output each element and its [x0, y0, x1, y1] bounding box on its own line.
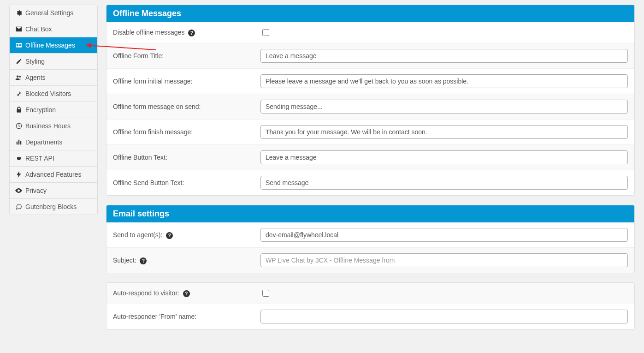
clock-icon: [15, 123, 22, 129]
sidebar-item-general[interactable]: General Settings: [10, 5, 97, 21]
sidebar-item-styling[interactable]: Styling: [10, 54, 97, 70]
sidebar-item-agents[interactable]: Agents: [10, 70, 97, 86]
envelope-icon: [15, 26, 22, 32]
help-icon[interactable]: ?: [140, 257, 147, 264]
sidebar-item-label: Agents: [25, 74, 46, 81]
columns-icon: [15, 139, 22, 145]
comments-icon: [15, 203, 22, 210]
eye-icon: [15, 187, 22, 194]
help-icon[interactable]: ?: [188, 30, 195, 36]
send-button-text-label: Offline Send Button Text:: [113, 179, 260, 186]
svg-point-5: [19, 76, 21, 78]
id-card-icon: [15, 42, 22, 48]
svg-rect-2: [19, 44, 21, 45]
sidebar-item-label: Styling: [25, 58, 45, 65]
sidebar-item-chatbox[interactable]: Chat Box: [10, 21, 97, 37]
button-text-input[interactable]: [260, 150, 628, 164]
sidebar-item-privacy[interactable]: Privacy: [10, 183, 97, 199]
sidebar-item-label: Gutenberg Blocks: [25, 203, 77, 210]
auto-respond-label: Auto-respond to visitor: ?: [113, 289, 260, 297]
send-button-text-input[interactable]: [260, 176, 628, 190]
main-content: Offline Messages Disable offline message…: [106, 5, 635, 339]
auto-respond-checkbox[interactable]: [262, 290, 269, 297]
sidebar-item-label: Offline Messages: [25, 42, 75, 49]
settings-sidebar: General Settings Chat Box Offline Messag…: [9, 5, 98, 339]
gear-icon: [15, 10, 22, 16]
svg-rect-1: [16, 44, 18, 47]
panel-title: Email settings: [106, 205, 634, 222]
sidebar-item-blocked[interactable]: Blocked Visitors: [10, 86, 97, 102]
pin-icon: [15, 90, 22, 97]
pencil-icon: [15, 58, 22, 65]
sidebar-item-label: Privacy: [25, 187, 47, 194]
send-to-input[interactable]: [260, 228, 628, 242]
sidebar-item-label: Advanced Features: [25, 171, 81, 178]
sidebar-item-hours[interactable]: Business Hours: [10, 118, 97, 134]
form-title-input[interactable]: [260, 49, 628, 63]
send-to-label: Send to agent(s): ?: [113, 231, 260, 239]
help-icon[interactable]: ?: [166, 232, 173, 239]
lock-icon: [15, 107, 22, 113]
initial-msg-input[interactable]: [260, 74, 628, 88]
panel-email-settings: Email settings Send to agent(s): ? Subje…: [106, 205, 635, 273]
sidebar-item-encryption[interactable]: Encryption: [10, 102, 97, 118]
plug-icon: [15, 155, 22, 162]
subject-label: Subject: ?: [113, 257, 260, 264]
panel-autoresponder: Auto-respond to visitor: ? Auto-responde…: [106, 282, 635, 329]
panel-title: Offline Messages: [106, 5, 634, 22]
sidebar-item-label: Encryption: [25, 106, 56, 114]
bolt-icon: [15, 171, 22, 178]
svg-rect-3: [19, 45, 21, 46]
sidebar-item-label: Chat Box: [25, 25, 52, 33]
sidebar-item-label: Departments: [25, 138, 62, 146]
initial-msg-label: Offline form initial message:: [113, 78, 260, 85]
button-text-label: Offline Button Text:: [113, 154, 260, 161]
subject-input[interactable]: [260, 253, 628, 267]
sidebar-item-label: REST API: [25, 155, 54, 162]
disable-offline-label: Disable offline messages ?: [113, 29, 260, 36]
from-name-input[interactable]: [260, 310, 628, 323]
disable-offline-checkbox[interactable]: [262, 29, 269, 36]
svg-rect-6: [17, 109, 21, 113]
panel-offline-messages: Offline Messages Disable offline message…: [106, 5, 635, 196]
users-icon: [15, 74, 22, 81]
sidebar-item-label: General Settings: [25, 9, 73, 17]
sidebar-item-advanced[interactable]: Advanced Features: [10, 167, 97, 183]
finish-msg-input[interactable]: [260, 125, 628, 139]
on-send-input[interactable]: [260, 100, 628, 114]
finish-msg-label: Offline form finish message:: [113, 128, 260, 136]
sidebar-item-restapi[interactable]: REST API: [10, 150, 97, 167]
svg-point-4: [17, 75, 19, 78]
from-name-label: Auto-responder 'From' name:: [113, 313, 260, 320]
sidebar-item-label: Blocked Visitors: [25, 90, 71, 97]
form-title-label: Offline Form Title:: [113, 52, 260, 60]
help-icon[interactable]: ?: [183, 290, 190, 297]
sidebar-item-label: Business Hours: [25, 122, 71, 130]
sidebar-item-gutenberg[interactable]: Gutenberg Blocks: [10, 199, 97, 215]
on-send-label: Offline form message on send:: [113, 103, 260, 110]
sidebar-item-offline-messages[interactable]: Offline Messages: [10, 37, 97, 54]
sidebar-item-departments[interactable]: Departments: [10, 134, 97, 150]
